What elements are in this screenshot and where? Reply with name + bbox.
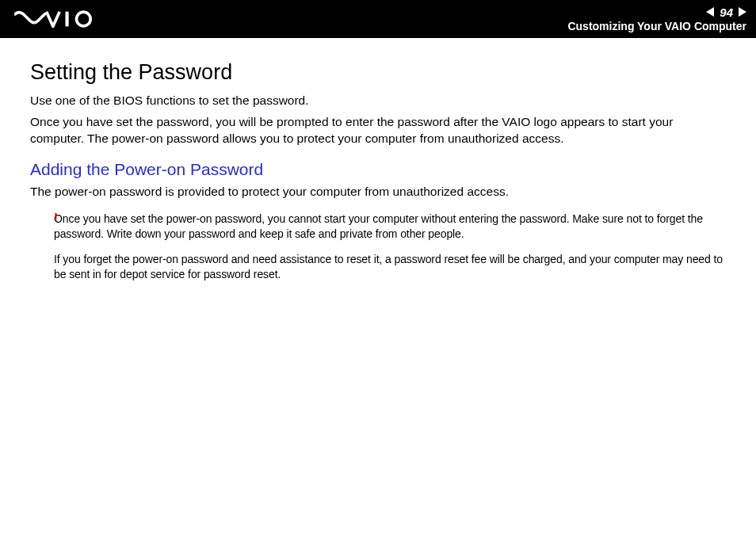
sub-intro-paragraph: The power-on password is provided to pro…	[30, 184, 726, 200]
page-navigation: 94	[706, 6, 746, 18]
intro-paragraph-1: Use one of the BIOS functions to set the…	[30, 93, 726, 109]
warning-note-1: Once you have set the power-on password,…	[54, 212, 726, 242]
page-header: 94 Customizing Your VAIO Computer	[0, 0, 756, 38]
subheading: Adding the Power-on Password	[30, 160, 726, 179]
prev-page-arrow-icon[interactable]	[706, 7, 714, 17]
svg-rect-0	[65, 12, 68, 27]
intro-paragraph-2: Once you have set the password, you will…	[30, 114, 726, 147]
page-title: Setting the Password	[30, 60, 726, 85]
warning-note-2: If you forget the power-on password and …	[54, 252, 726, 282]
svg-point-1	[77, 12, 91, 26]
next-page-arrow-icon[interactable]	[739, 7, 746, 17]
section-title: Customizing Your VAIO Computer	[567, 20, 746, 32]
page-number: 94	[719, 6, 734, 18]
warning-icon: !	[54, 210, 58, 223]
vaio-logo	[14, 10, 97, 28]
page-content: Setting the Password Use one of the BIOS…	[0, 38, 756, 282]
header-right: 94 Customizing Your VAIO Computer	[567, 0, 746, 38]
warning-block: ! Once you have set the power-on passwor…	[30, 212, 726, 283]
